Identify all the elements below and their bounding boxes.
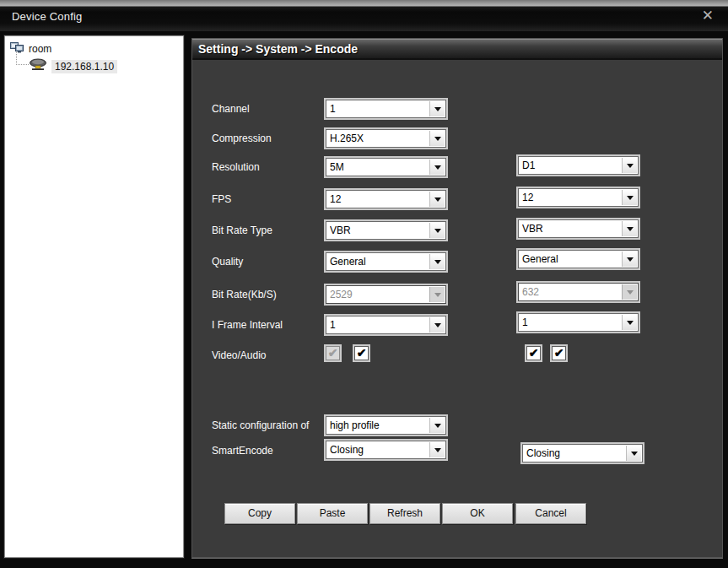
tree-item-room-label: room <box>29 43 51 55</box>
check-icon: ✔ <box>357 347 367 359</box>
resolution-value: 5M <box>330 161 427 173</box>
chevron-down-icon[interactable] <box>429 418 445 433</box>
channel-label: Channel <box>212 103 328 115</box>
bit-rate-extra-value: 632 <box>522 286 619 298</box>
i-frame-interval-value: 1 <box>330 319 427 331</box>
bit-rate-type-extra-select[interactable]: VBR <box>518 219 639 238</box>
bit-rate-type-select[interactable]: VBR <box>326 221 446 240</box>
window-title: Device Config <box>12 10 83 23</box>
bit-rate-extra-select: 632 <box>518 283 639 301</box>
chevron-down-icon[interactable] <box>626 446 641 461</box>
audio-extra-checkbox[interactable]: ✔ <box>552 346 566 360</box>
i-frame-interval-select[interactable]: 1 <box>326 316 446 334</box>
audio-checkbox[interactable]: ✔ <box>354 346 369 360</box>
cancel-button[interactable]: Cancel <box>515 503 586 524</box>
i-frame-interval-label: I Frame Interval <box>212 319 328 331</box>
bit-rate-select: 2529 <box>326 285 446 304</box>
quality-select[interactable]: General <box>326 252 446 271</box>
static-config-select[interactable]: high profile <box>326 416 446 435</box>
chevron-down-icon[interactable] <box>429 192 445 207</box>
channel-value: 1 <box>330 103 427 115</box>
fps-extra-select[interactable]: 12 <box>518 188 639 207</box>
channel-select[interactable]: 1 <box>326 100 446 118</box>
fps-label: FPS <box>212 193 328 205</box>
compression-select[interactable]: H.265X <box>326 129 446 148</box>
chevron-down-icon[interactable] <box>429 131 445 146</box>
chevron-down-icon[interactable] <box>429 160 445 175</box>
chevron-down-icon[interactable] <box>429 254 445 269</box>
fps-select[interactable]: 12 <box>326 190 446 208</box>
bit-rate-type-label: Bit Rate Type <box>212 224 328 236</box>
device-tree-panel: room 192.168.1.10 <box>4 35 184 558</box>
smart-encode-label: SmartEncode <box>212 445 328 457</box>
video-audio-label: Video/Audio <box>212 349 328 361</box>
refresh-button[interactable]: Refresh <box>369 503 440 524</box>
video-checkbox: ✔ <box>326 346 340 360</box>
chevron-down-icon <box>622 284 637 300</box>
bit-rate-value: 2529 <box>330 289 427 300</box>
tree-item-device[interactable]: 192.168.1.10 <box>29 58 117 74</box>
smart-encode-value: Closing <box>330 444 427 456</box>
check-icon: ✔ <box>554 347 564 359</box>
resolution-label: Resolution <box>212 161 328 173</box>
chevron-down-icon[interactable] <box>429 101 445 116</box>
i-frame-interval-extra-value: 1 <box>522 316 619 328</box>
paste-button[interactable]: Paste <box>297 503 368 524</box>
tree-branch-line <box>16 52 29 65</box>
fps-extra-value: 12 <box>522 192 619 203</box>
check-icon: ✔ <box>328 347 338 359</box>
smart-encode-extra-select[interactable]: Closing <box>522 444 643 463</box>
fps-value: 12 <box>330 193 427 205</box>
resolution-select[interactable]: 5M <box>326 158 446 176</box>
chevron-down-icon[interactable] <box>429 223 445 238</box>
window-title-bar: Device Config ✕ <box>0 0 728 31</box>
static-config-value: high profile <box>330 419 427 431</box>
static-config-label: Static configuration of <box>212 419 328 431</box>
chevron-down-icon[interactable] <box>429 442 445 457</box>
chevron-down-icon[interactable] <box>429 317 445 333</box>
quality-label: Quality <box>212 256 328 268</box>
chevron-down-icon[interactable] <box>622 158 637 173</box>
quality-extra-select[interactable]: General <box>518 250 639 268</box>
bit-rate-label: Bit Rate(Kb/S) <box>212 289 328 300</box>
quality-value: General <box>330 256 427 268</box>
chevron-down-icon <box>429 287 445 302</box>
compression-label: Compression <box>212 133 328 144</box>
quality-extra-value: General <box>522 253 619 265</box>
bit-rate-type-value: VBR <box>330 224 427 236</box>
tree-item-device-label: 192.168.1.10 <box>51 60 117 73</box>
chevron-down-icon[interactable] <box>622 252 637 267</box>
chevron-down-icon[interactable] <box>622 315 637 330</box>
copy-button[interactable]: Copy <box>224 503 295 524</box>
resolution-extra-select[interactable]: D1 <box>518 156 639 175</box>
ok-button[interactable]: OK <box>442 503 513 524</box>
video-extra-checkbox[interactable]: ✔ <box>526 346 541 360</box>
resolution-extra-value: D1 <box>522 160 619 171</box>
device-icon <box>29 58 47 74</box>
smart-encode-select[interactable]: Closing <box>326 441 446 459</box>
check-icon: ✔ <box>529 347 539 359</box>
i-frame-interval-extra-select[interactable]: 1 <box>518 313 639 332</box>
encode-settings-panel: Setting -> System -> Encode Channel 1 Co… <box>191 38 723 558</box>
breadcrumb: Setting -> System -> Encode <box>192 39 722 60</box>
close-icon[interactable]: ✕ <box>702 8 714 24</box>
chevron-down-icon[interactable] <box>622 221 637 236</box>
bit-rate-type-extra-value: VBR <box>522 223 619 235</box>
compression-value: H.265X <box>330 133 427 144</box>
smart-encode-extra-value: Closing <box>526 447 623 459</box>
chevron-down-icon[interactable] <box>622 190 637 205</box>
